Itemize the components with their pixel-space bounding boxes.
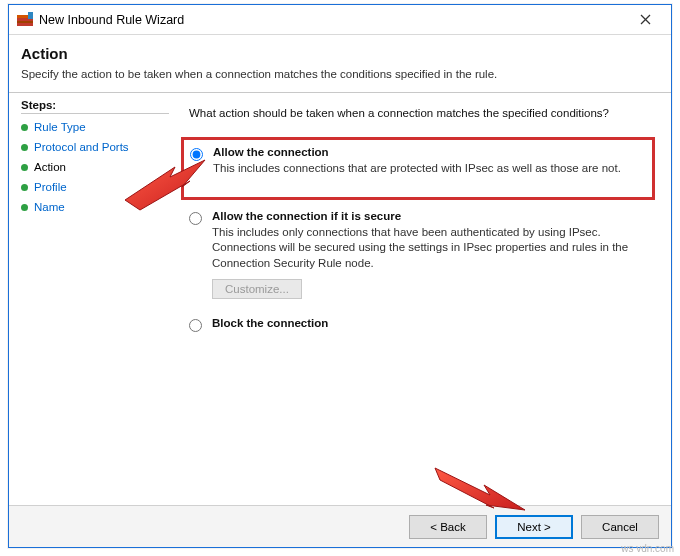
watermark: ws vdn.com	[621, 543, 674, 554]
steps-sidebar: Steps: Rule Type Protocol and Ports Acti…	[9, 93, 179, 500]
option-title: Allow the connection	[213, 146, 644, 158]
titlebar: New Inbound Rule Wizard	[9, 5, 671, 35]
step-link[interactable]: Name	[34, 201, 65, 213]
close-icon	[640, 14, 651, 25]
option-title: Allow the connection if it is secure	[212, 210, 649, 222]
question-text: What action should be taken when a conne…	[189, 107, 649, 119]
step-current-label: Action	[34, 161, 66, 173]
bullet-icon	[21, 184, 28, 191]
radio-allow-secure[interactable]	[189, 212, 202, 225]
step-link[interactable]: Protocol and Ports	[34, 141, 129, 153]
option-block[interactable]: Block the connection	[189, 317, 649, 332]
option-desc: This includes connections that are prote…	[213, 161, 644, 177]
next-button[interactable]: Next >	[495, 515, 573, 539]
radio-allow[interactable]	[190, 148, 203, 161]
close-button[interactable]	[625, 6, 665, 34]
radio-block[interactable]	[189, 319, 202, 332]
option-allow[interactable]: Allow the connection This includes conne…	[190, 146, 644, 177]
content-area: Steps: Rule Type Protocol and Ports Acti…	[9, 93, 671, 500]
option-title: Block the connection	[212, 317, 649, 329]
bullet-icon	[21, 164, 28, 171]
step-link[interactable]: Profile	[34, 181, 67, 193]
page-heading: Action	[21, 45, 659, 62]
option-allow-secure[interactable]: Allow the connection if it is secure Thi…	[189, 210, 649, 300]
option-desc: This includes only connections that have…	[212, 225, 649, 272]
wizard-header: Action Specify the action to be taken wh…	[9, 35, 671, 92]
main-panel: What action should be taken when a conne…	[179, 93, 671, 500]
cancel-button[interactable]: Cancel	[581, 515, 659, 539]
step-name[interactable]: Name	[21, 197, 169, 217]
bullet-icon	[21, 204, 28, 211]
bullet-icon	[21, 144, 28, 151]
step-link[interactable]: Rule Type	[34, 121, 86, 133]
step-action: Action	[21, 157, 169, 177]
customize-button: Customize...	[212, 279, 302, 299]
wizard-window: New Inbound Rule Wizard Action Specify t…	[8, 4, 672, 548]
step-profile[interactable]: Profile	[21, 177, 169, 197]
bullet-icon	[21, 124, 28, 131]
back-button[interactable]: < Back	[409, 515, 487, 539]
window-title: New Inbound Rule Wizard	[39, 13, 625, 27]
highlighted-option: Allow the connection This includes conne…	[181, 137, 655, 200]
svg-rect-2	[17, 21, 33, 23]
page-subtitle: Specify the action to be taken when a co…	[21, 68, 659, 80]
steps-heading: Steps:	[21, 99, 169, 114]
firewall-icon	[17, 12, 33, 28]
footer-buttons: < Back Next > Cancel	[9, 505, 671, 547]
step-rule-type[interactable]: Rule Type	[21, 117, 169, 137]
svg-rect-3	[28, 12, 33, 19]
step-protocol-ports[interactable]: Protocol and Ports	[21, 137, 169, 157]
